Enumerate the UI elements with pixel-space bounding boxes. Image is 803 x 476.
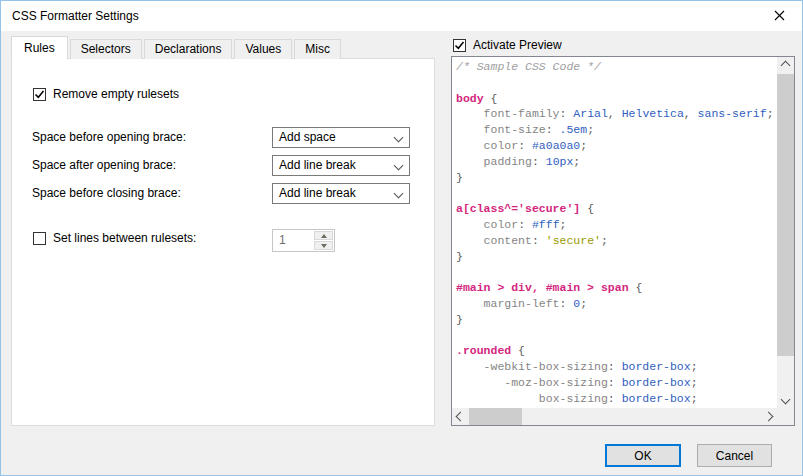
set-lines-between-rulesets-checkbox[interactable]: Set lines between rulesets: (33, 231, 196, 245)
code-line: -moz-box-sizing: border-box; (456, 375, 777, 391)
code-line: margin-left: 0; (456, 296, 777, 312)
tab-rules[interactable]: Rules (11, 36, 68, 59)
scroll-down-button[interactable] (777, 391, 794, 408)
remove-empty-rulesets-label: Remove empty rulesets (53, 87, 179, 101)
cancel-button[interactable]: Cancel (697, 444, 772, 467)
space-before-opening-brace-label: Space before opening brace: (32, 127, 186, 148)
chevron-up-icon (781, 61, 791, 71)
vertical-scrollbar[interactable] (777, 57, 794, 408)
lines-between-rulesets-spinner[interactable]: 1 (272, 229, 335, 252)
ok-button[interactable]: OK (605, 444, 681, 467)
activate-preview-checkbox[interactable]: Activate Preview (453, 38, 562, 52)
activate-preview-label: Activate Preview (473, 38, 562, 52)
code-line: content: 'secure'; (456, 233, 777, 249)
remove-empty-rulesets-checkbox[interactable]: Remove empty rulesets (33, 87, 179, 101)
code-line: color: #a0a0a0; (456, 138, 777, 154)
tab-declarations[interactable]: Declarations (144, 39, 233, 59)
code-line: font-family: Arial, Helvetica, sans-seri… (456, 106, 777, 122)
space-before-opening-brace-dropdown[interactable]: Add space (272, 127, 410, 148)
code-line (456, 328, 777, 344)
triangle-down-icon (321, 244, 327, 248)
code-line: #main > div, #main > span { (456, 280, 777, 296)
chevron-down-icon (394, 133, 404, 143)
checkbox-box (33, 88, 46, 101)
css-preview-textbox[interactable]: /* Sample CSS Code */ body { font-family… (451, 56, 795, 426)
chevron-down-icon (394, 161, 404, 171)
code-line (456, 75, 777, 91)
vertical-scrollbar-thumb[interactable] (777, 74, 794, 356)
tab-misc[interactable]: Misc (294, 39, 341, 59)
code-line (456, 264, 777, 280)
tab-strip: Rules Selectors Declarations Values Misc (11, 36, 341, 59)
code-line: body { (456, 91, 777, 107)
code-line: color: #fff; (456, 217, 777, 233)
code-line: box-sizing: border-box; (456, 391, 777, 407)
chevron-right-icon (764, 412, 774, 422)
space-after-opening-brace-label: Space after opening brace: (32, 155, 176, 176)
dropdown-value: Add space (279, 130, 336, 144)
code-line: a[class^='secure'] { (456, 201, 777, 217)
horizontal-scrollbar[interactable] (452, 408, 777, 425)
code-line: -webkit-box-sizing: border-box; (456, 359, 777, 375)
scrollbar-corner (777, 408, 794, 425)
triangle-up-icon (321, 234, 327, 238)
code-line: font-size: .5em; (456, 122, 777, 138)
horizontal-scrollbar-thumb[interactable] (469, 408, 522, 425)
scroll-left-button[interactable] (452, 408, 469, 425)
dropdown-value: Add line break (279, 186, 356, 200)
code-line: } (456, 170, 777, 186)
css-formatter-settings-dialog: CSS Formatter Settings Rules Selectors D… (0, 0, 803, 476)
chevron-down-icon (781, 395, 791, 405)
close-icon (774, 9, 785, 24)
window-title: CSS Formatter Settings (12, 1, 139, 31)
rules-tab-panel: Remove empty rulesets Space before openi… (11, 58, 435, 426)
spinner-down-button[interactable] (314, 241, 333, 250)
scroll-up-button[interactable] (777, 57, 794, 74)
spinner-value: 1 (279, 230, 286, 251)
tab-selectors[interactable]: Selectors (70, 39, 142, 59)
checkbox-box (453, 39, 466, 52)
code-line: padding: 10px; (456, 154, 777, 170)
code-line (456, 185, 777, 201)
code-line: /* Sample CSS Code */ (456, 59, 777, 75)
code-line: } (456, 249, 777, 265)
chevron-down-icon (394, 189, 404, 199)
close-button[interactable] (757, 1, 802, 31)
chevron-left-icon (456, 412, 466, 422)
tab-values[interactable]: Values (234, 39, 292, 59)
titlebar: CSS Formatter Settings (1, 1, 802, 31)
space-before-closing-brace-dropdown[interactable]: Add line break (272, 183, 410, 204)
code-line: } (456, 312, 777, 328)
space-after-opening-brace-dropdown[interactable]: Add line break (272, 155, 410, 176)
scroll-right-button[interactable] (760, 408, 777, 425)
code-line: .rounded { (456, 343, 777, 359)
checkbox-box (33, 232, 46, 245)
dropdown-value: Add line break (279, 158, 356, 172)
set-lines-between-rulesets-label: Set lines between rulesets: (53, 231, 196, 245)
code-lines: /* Sample CSS Code */ body { font-family… (452, 57, 777, 408)
space-before-closing-brace-label: Space before closing brace: (32, 183, 181, 204)
spinner-up-button[interactable] (314, 231, 333, 240)
